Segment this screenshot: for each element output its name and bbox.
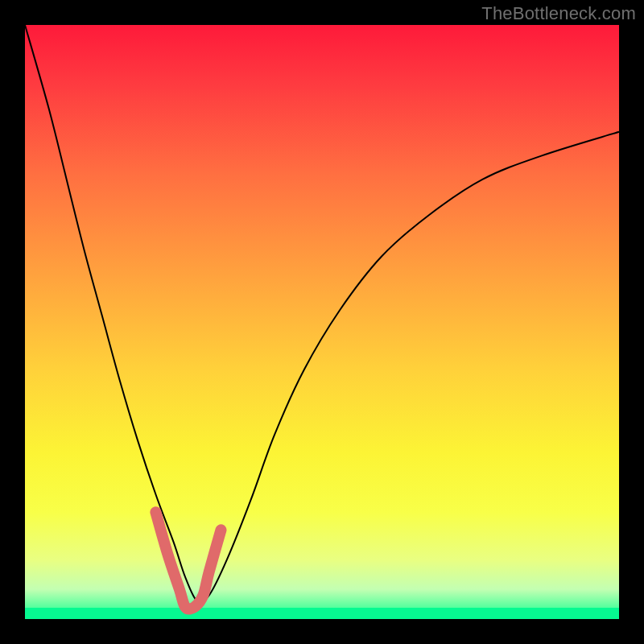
- watermark-text: TheBottleneck.com: [481, 3, 636, 24]
- curve-layer: [25, 25, 619, 619]
- plot-area: [25, 25, 619, 619]
- chart-container: TheBottleneck.com: [0, 0, 644, 644]
- optimum-marker: [155, 512, 221, 609]
- bottleneck-curve: [25, 25, 619, 603]
